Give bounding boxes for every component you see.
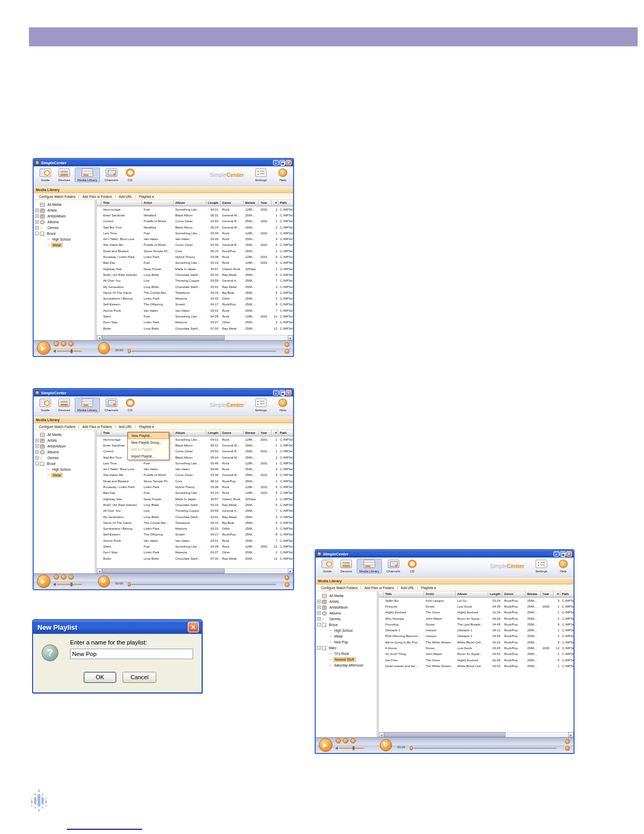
- nav-item[interactable]: CD: [123, 398, 137, 412]
- shuffle-button[interactable]: [565, 739, 570, 744]
- column-header[interactable]: Length: [206, 200, 220, 206]
- tree-expander-icon[interactable]: +: [35, 220, 39, 224]
- tree-item[interactable]: All Media: [34, 432, 95, 438]
- scroll-right-icon[interactable]: [288, 335, 293, 340]
- track-row[interactable]: Ain't Talkin' 'Bout Love Van Halen Van H…: [97, 466, 293, 472]
- tree-item[interactable]: Metal: [316, 633, 377, 639]
- nav-item[interactable]: Channels: [102, 398, 121, 412]
- tree-item[interactable]: + Artists: [316, 599, 377, 604]
- track-row[interactable]: Atomic Punk Van Halen Van Halen 03:01 Ro…: [97, 307, 293, 313]
- next-button[interactable]: [350, 738, 356, 743]
- tree-item[interactable]: High School: [34, 466, 95, 472]
- column-header[interactable]: Genre: [502, 591, 526, 597]
- help-button[interactable]: Help: [556, 559, 570, 573]
- track-row[interactable]: Sk8er Boi Avril Lavigne Let Go 03:24 Roc…: [379, 598, 573, 603]
- column-header[interactable]: Length: [488, 591, 502, 597]
- library-toolbar-button[interactable]: Add URL: [115, 195, 136, 198]
- column-header[interactable]: #: [271, 430, 278, 436]
- column-header[interactable]: Title: [102, 200, 142, 206]
- repeat-button[interactable]: [98, 575, 110, 588]
- help-button[interactable]: Help: [276, 167, 290, 182]
- track-row[interactable]: Last Time Fuel Something Like ... 03:46 …: [97, 460, 293, 466]
- scroll-left-icon[interactable]: [97, 569, 102, 573]
- minimize-button[interactable]: [554, 551, 559, 557]
- scroll-left-icon[interactable]: [97, 335, 102, 340]
- track-row[interactable]: Don't Stay Linkin Park Meteora 03:07 Oth…: [97, 550, 293, 555]
- column-header[interactable]: Length: [206, 430, 220, 436]
- tree-item[interactable]: + Artists: [34, 207, 95, 213]
- scrollbar-track[interactable]: [384, 732, 568, 737]
- tree-expander-icon[interactable]: -: [35, 462, 39, 465]
- previous-button[interactable]: [61, 574, 66, 580]
- repeat-button[interactable]: [380, 739, 392, 751]
- close-button[interactable]: [566, 551, 572, 557]
- previous-button[interactable]: [61, 341, 66, 346]
- library-toolbar-button[interactable]: Playlists ▾: [417, 586, 439, 590]
- column-header[interactable]: Path: [560, 591, 573, 597]
- track-row[interactable]: A House Doves Lost Souls 03:45 Rock/Pop …: [379, 645, 573, 651]
- nav-item[interactable]: CD: [123, 167, 137, 182]
- minimize-button[interactable]: [273, 390, 279, 395]
- settings-button[interactable]: Settings: [533, 559, 550, 573]
- track-row[interactable]: Self-Esteem The Offspring Smash 04:17 Ro…: [97, 532, 293, 538]
- stop-button[interactable]: [336, 738, 341, 743]
- playlists-menu-item[interactable]: New Playlist...: [128, 432, 169, 439]
- next-button[interactable]: [68, 341, 74, 346]
- track-row[interactable]: Dead Leaves and the ... The White Stripe…: [379, 663, 573, 669]
- column-header[interactable]: #: [554, 591, 560, 597]
- previous-button[interactable]: [343, 738, 348, 743]
- column-header[interactable]: [379, 591, 384, 597]
- tree-expander-icon[interactable]: +: [35, 444, 39, 448]
- tree-item[interactable]: All Media: [34, 202, 95, 207]
- track-row[interactable]: Don't Stay Linkin Park Meteora 03:07 Oth…: [97, 320, 293, 325]
- tree-item[interactable]: High School: [34, 236, 95, 242]
- volume-knob[interactable]: [71, 582, 73, 587]
- ok-button[interactable]: OK: [84, 672, 116, 683]
- track-row[interactable]: All Over You Live Throwing Copper 03:59 …: [97, 278, 293, 284]
- tree-expander-icon[interactable]: -: [35, 232, 39, 235]
- seek-knob[interactable]: [128, 349, 130, 353]
- play-button[interactable]: [319, 738, 333, 752]
- track-row[interactable]: Obstacle 1 Interpol Obstacle 1 04:12 Roc…: [379, 627, 573, 633]
- repeat-button[interactable]: [98, 342, 110, 354]
- tree-item[interactable]: 70's Rock: [316, 651, 377, 657]
- track-row[interactable]: Name Of The Game The Crystal Met... Twee…: [97, 520, 293, 525]
- nav-item[interactable]: Guide: [319, 559, 336, 573]
- track-row[interactable]: Enter Sandman Metallica Black Album 05:3…: [97, 442, 293, 448]
- column-header[interactable]: [97, 430, 102, 436]
- tree-expander-icon[interactable]: +: [35, 226, 39, 230]
- library-toolbar-button[interactable]: Add Files or Folders: [78, 195, 115, 198]
- tree-expander-icon[interactable]: +: [35, 439, 39, 442]
- tree-expander-icon[interactable]: -: [317, 646, 321, 650]
- tree-expander-icon[interactable]: +: [317, 611, 321, 615]
- tree-item[interactable]: Saturday Afternoon: [316, 662, 377, 668]
- nav-item[interactable]: Guide: [37, 398, 54, 412]
- track-row[interactable]: Highway Star Deep Purple Made In Japan .…: [97, 266, 293, 272]
- window-titlebar[interactable]: SimpleCenter: [34, 159, 293, 166]
- library-toolbar-button[interactable]: Playlists ▾: [135, 425, 157, 429]
- equalizer-button[interactable]: [565, 746, 570, 751]
- tree-item[interactable]: New Pop: [316, 639, 377, 645]
- tree-item[interactable]: + Genres: [34, 455, 95, 461]
- next-button[interactable]: [68, 574, 74, 580]
- column-header[interactable]: Album: [174, 430, 206, 436]
- track-row[interactable]: Hemmorage Fuel Something Like ... 04:01 …: [97, 436, 293, 442]
- column-header[interactable]: Year: [259, 200, 271, 206]
- volume-knob[interactable]: [353, 746, 355, 750]
- window-titlebar[interactable]: SimpleCenter: [316, 550, 573, 558]
- library-toolbar-button[interactable]: Playlists ▾: [135, 195, 157, 198]
- track-row[interactable]: Rollin' (Air Raid Vehicle) Limp Bizkit C…: [97, 502, 293, 508]
- track-row[interactable]: Atomic Punk Van Halen Van Halen 03:01 Ro…: [97, 538, 293, 543]
- library-toolbar-button[interactable]: Add Files or Folders: [360, 586, 397, 590]
- scroll-right-icon[interactable]: [568, 732, 573, 737]
- track-row[interactable]: Ain't Talkin' 'Bout Love Van Halen Van H…: [97, 236, 293, 242]
- tree-item[interactable]: + Artist/Album: [34, 213, 95, 219]
- track-row[interactable]: Last Time Fuel Something Like ... 03:46 …: [97, 230, 293, 236]
- tree-item[interactable]: - Marc: [316, 645, 377, 651]
- dialog-titlebar[interactable]: New Playlist: [33, 620, 202, 634]
- minimize-button[interactable]: [273, 160, 279, 165]
- track-row[interactable]: Rollin' (Air Raid Vehicle) Limp Bizkit C…: [97, 272, 293, 277]
- scroll-right-icon[interactable]: [288, 569, 293, 573]
- settings-button[interactable]: Settings: [253, 167, 269, 182]
- track-row[interactable]: We're Going to Be Frie... The White Stri…: [379, 639, 573, 645]
